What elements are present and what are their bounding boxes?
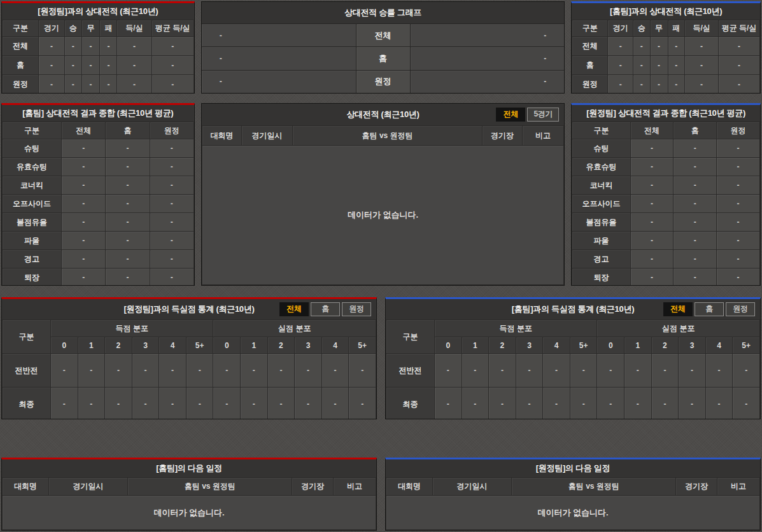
- panel-summary-home: [홈팀] 상대전적 결과 종합 (최근10년 평균) 구분전체홈원정 슈팅---…: [1, 103, 195, 286]
- h2h-stats-page: [원정팀]과의 상대전적 (최근10년) 구분경기승무패득/실평균 득/실 전체…: [0, 1, 762, 531]
- stat-cell: -: [150, 250, 194, 269]
- panel-title: [원정팀]과의 득실점 통계 (최근10년): [123, 304, 254, 315]
- stat-cell: -: [132, 354, 159, 388]
- stat-cell: -: [630, 195, 674, 213]
- table-header-row: 대회명경기일시홈팀 vs 원정팀경기장비고: [202, 126, 564, 146]
- row-label: 퇴장: [3, 269, 62, 286]
- column-header: 0: [435, 337, 462, 354]
- top-row: [원정팀]과의 상대전적 (최근10년) 구분경기승무패득/실평균 득/실 전체…: [1, 1, 761, 94]
- table-row: 최종------------: [386, 388, 760, 420]
- group-header: 득점 분포: [435, 320, 597, 337]
- column-header: 2: [105, 337, 132, 354]
- graph-row-label: 전체: [356, 24, 411, 46]
- column-header: 대회명: [3, 478, 49, 496]
- middle-row: [홈팀] 상대전적 결과 종합 (최근10년 평균) 구분전체홈원정 슈팅---…: [1, 103, 761, 286]
- stat-cell: -: [150, 195, 194, 213]
- panel-title-bar: [홈팀]과의 득실점 통계 (최근10년) 전체홈원정: [386, 299, 760, 319]
- corner-header: 구분: [386, 320, 435, 354]
- column-header: 0: [597, 337, 624, 354]
- column-header: 홈팀 vs 원정팀: [128, 478, 292, 496]
- stat-cell: -: [105, 354, 132, 388]
- row-label: 전반전: [386, 354, 435, 388]
- tab-active[interactable]: 전체: [279, 302, 309, 316]
- stat-cell: -: [674, 195, 717, 213]
- stat-cell: -: [349, 354, 376, 388]
- row-label: 퇴장: [572, 269, 630, 286]
- row-label: 원정: [572, 75, 608, 94]
- stat-cell: -: [733, 388, 760, 420]
- stat-cell: -: [516, 354, 543, 388]
- stat-cell: -: [321, 354, 349, 388]
- graph-value-away: -: [411, 71, 565, 93]
- stat-cell: -: [435, 388, 462, 420]
- panel-title: 상대전적 승률 그래프: [202, 2, 565, 24]
- stat-cell: -: [597, 354, 624, 388]
- column-header: 경기장: [292, 478, 334, 496]
- column-header: 2: [267, 337, 295, 354]
- tab-active[interactable]: 전체: [496, 108, 525, 122]
- stat-cell: -: [624, 354, 652, 388]
- stat-cell: -: [106, 139, 150, 158]
- column-header: 3: [516, 337, 543, 354]
- table-row: 최종------------: [3, 388, 376, 420]
- tab[interactable]: 홈: [695, 302, 724, 316]
- table-row: 파울---: [3, 232, 194, 250]
- stat-cell: -: [608, 56, 633, 75]
- column-header: 평균 득/실: [719, 20, 760, 37]
- stat-cell: -: [435, 354, 462, 388]
- stat-cell: -: [633, 56, 651, 75]
- column-header: 4: [159, 337, 187, 354]
- stat-cell: -: [608, 75, 633, 94]
- summary-home-table: 구분전체홈원정 슈팅---유효슈팅---코너킥---오프사이드---볼점유율--…: [2, 122, 194, 286]
- tab[interactable]: 원정: [342, 302, 371, 316]
- h2h-list-table: 대회명경기일시홈팀 vs 원정팀경기장비고: [202, 125, 565, 146]
- column-header: 5+: [349, 337, 376, 354]
- column-header: 1: [462, 337, 489, 354]
- row-label: 홈: [572, 56, 608, 75]
- tab[interactable]: 원정: [726, 302, 755, 316]
- table-row: 홈------: [3, 56, 194, 75]
- column-header: 0: [213, 337, 241, 354]
- column-header: 1: [78, 337, 105, 354]
- table-row: 코너킥---: [572, 176, 760, 195]
- stat-cell: -: [679, 354, 706, 388]
- tab[interactable]: 홈: [311, 302, 340, 316]
- table-header-row: 구분경기승무패득/실평균 득/실: [572, 20, 760, 37]
- table-row: 볼점유율---: [572, 213, 760, 232]
- table-header-row: 구분전체홈원정: [572, 122, 760, 139]
- group-header: 실점 분포: [597, 320, 760, 337]
- stat-cell: -: [62, 158, 106, 176]
- stat-cell: -: [717, 139, 760, 158]
- h2h-vs-away-table: 구분경기승무패득/실평균 득/실 전체------홈------원정------: [2, 20, 194, 94]
- empty-state: 데이터가 없습니다.: [202, 146, 565, 285]
- table-header-row: 구분경기승무패득/실평균 득/실: [3, 20, 194, 37]
- graph-value-away: -: [411, 47, 565, 69]
- column-header: 구분: [3, 20, 39, 37]
- tab-active[interactable]: 전체: [663, 302, 693, 316]
- column-header: 경기장: [483, 126, 523, 146]
- graph-value-home: -: [202, 71, 356, 93]
- row-label: 원정: [3, 75, 39, 94]
- stat-cell: -: [64, 37, 81, 56]
- stat-cell: -: [150, 139, 194, 158]
- column-header: 비고: [522, 126, 563, 146]
- stat-cell: -: [64, 75, 81, 94]
- column-header: 경기장: [676, 478, 717, 496]
- table-row: 전반전------------: [386, 354, 760, 388]
- panel-title: [원정팀] 상대전적 결과 종합 (최근10년 평균): [572, 105, 760, 122]
- stat-cell: -: [630, 269, 674, 286]
- stat-cell: -: [674, 232, 717, 250]
- panel-title: [원정팀]의 다음 일정: [386, 459, 760, 477]
- tab[interactable]: 5경기: [527, 108, 559, 122]
- table-row: 경고---: [3, 250, 194, 269]
- stat-cell: -: [630, 176, 674, 195]
- row-label: 코너킥: [572, 176, 630, 195]
- column-header: 구분: [3, 122, 62, 139]
- row-label: 유효슈팅: [3, 158, 62, 176]
- row-label: 볼점유율: [572, 213, 630, 232]
- column-header: 평균 득/실: [152, 20, 194, 37]
- tab-group: 전체홈원정: [279, 302, 371, 316]
- stat-cell: -: [630, 232, 674, 250]
- stat-cell: -: [630, 250, 674, 269]
- stat-cell: -: [650, 37, 668, 56]
